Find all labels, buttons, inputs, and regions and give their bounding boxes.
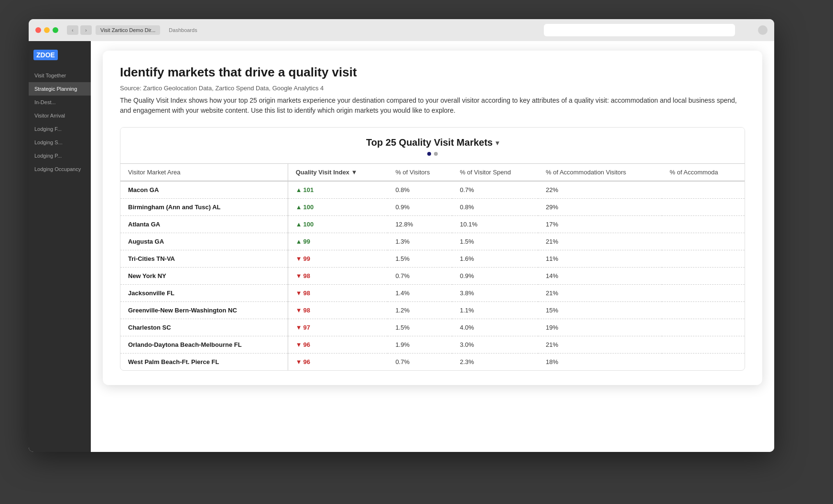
col-header-pct-accom-visitors[interactable]: % of Accommodation Visitors [538, 164, 662, 182]
col-header-pct-accom[interactable]: % of Accommoda [662, 164, 745, 182]
table-row: Orlando-Daytona Beach-Melbourne FL 96 1.… [120, 336, 745, 354]
cell-pct-visitors: 1.9% [388, 336, 452, 354]
cell-qvi: 101 [288, 181, 388, 199]
cell-market: Jacksonville FL [120, 285, 288, 302]
table-row: Macon GA 101 0.8% 0.7% 22% [120, 181, 745, 199]
sidebar-item-lodging-p[interactable]: Lodging P... [29, 149, 91, 162]
sidebar-item-lodging-f[interactable]: Lodging F... [29, 122, 91, 136]
cell-pct-accom [662, 216, 745, 233]
sidebar-item-strategic-planning[interactable]: Strategic Planning [29, 82, 91, 96]
table-row: Augusta GA 99 1.3% 1.5% 21% [120, 233, 745, 250]
cell-qvi: 98 [288, 268, 388, 285]
sidebar-item-visitor-arrival[interactable]: Visitor Arrival [29, 109, 91, 122]
cell-pct-accom-visitors: 14% [538, 268, 662, 285]
cell-qvi: 96 [288, 336, 388, 354]
cell-pct-accom-visitors: 21% [538, 233, 662, 250]
dot-2[interactable] [434, 152, 438, 156]
table-row: West Palm Beach-Ft. Pierce FL 96 0.7% 2.… [120, 354, 745, 371]
cell-market: Orlando-Daytona Beach-Melbourne FL [120, 336, 288, 354]
table-row: Birmingham (Ann and Tusc) AL 100 0.9% 0.… [120, 199, 745, 216]
col-header-qvi[interactable]: Quality Visit Index ▼ [288, 164, 388, 182]
cell-market: Tri-Cities TN-VA [120, 250, 288, 268]
cell-pct-accom-visitors: 19% [538, 319, 662, 336]
forward-button[interactable]: › [80, 25, 92, 35]
cell-market: Augusta GA [120, 233, 288, 250]
cell-pct-accom-visitors: 15% [538, 302, 662, 319]
maximize-button[interactable] [53, 27, 58, 33]
tab-dashboards[interactable]: Dashboards [164, 25, 202, 35]
cell-pct-accom [662, 336, 745, 354]
tab-active[interactable]: Visit Zartico Demo Dir... [96, 25, 160, 35]
cell-pct-accom-visitors: 17% [538, 216, 662, 233]
close-button[interactable] [35, 27, 41, 33]
cell-pct-accom [662, 199, 745, 216]
cell-pct-accom [662, 354, 745, 371]
cell-market: Greenville-New Bern-Washington NC [120, 302, 288, 319]
browser-nav: ‹ › [67, 25, 92, 35]
sidebar-logo: ZDOE [29, 46, 91, 64]
cell-market: Birmingham (Ann and Tusc) AL [120, 199, 288, 216]
cell-pct-spend: 1.5% [452, 233, 538, 250]
browser-content: ZDOE Visit Together Strategic Planning I… [29, 41, 774, 452]
cell-market: West Palm Beach-Ft. Pierce FL [120, 354, 288, 371]
cell-pct-accom [662, 250, 745, 268]
dot-1[interactable] [427, 152, 431, 156]
col-header-pct-spend[interactable]: % of Visitor Spend [452, 164, 538, 182]
cell-pct-spend: 4.0% [452, 319, 538, 336]
cell-pct-accom-visitors: 21% [538, 285, 662, 302]
col-header-pct-visitors[interactable]: % of Visitors [388, 164, 452, 182]
sidebar-item-in-dest[interactable]: In-Dest... [29, 96, 91, 109]
content-wrapper: Identify markets that drive a quality vi… [91, 41, 774, 395]
cell-pct-spend: 1.6% [452, 250, 538, 268]
cell-qvi: 100 [288, 216, 388, 233]
page-title: Identify markets that drive a quality vi… [120, 65, 745, 80]
cell-qvi: 96 [288, 354, 388, 371]
cell-pct-spend: 0.8% [452, 199, 538, 216]
cell-pct-spend: 0.9% [452, 268, 538, 285]
table-dropdown-chevron[interactable]: ▾ [496, 139, 499, 147]
table-row: Atlanta GA 100 12.8% 10.1% 17% [120, 216, 745, 233]
cell-pct-accom [662, 285, 745, 302]
cell-qvi: 100 [288, 199, 388, 216]
main-card: Identify markets that drive a quality vi… [103, 51, 762, 385]
cell-pct-visitors: 1.5% [388, 319, 452, 336]
pagination-dots [120, 152, 745, 156]
cell-pct-spend: 1.1% [452, 302, 538, 319]
cell-pct-spend: 3.8% [452, 285, 538, 302]
table-row: Jacksonville FL 98 1.4% 3.8% 21% [120, 285, 745, 302]
address-bar[interactable] [544, 24, 735, 36]
cell-pct-visitors: 0.7% [388, 354, 452, 371]
cell-pct-visitors: 0.7% [388, 268, 452, 285]
sidebar-item-lodging-s[interactable]: Lodging S... [29, 136, 91, 149]
cell-market: Charleston SC [120, 319, 288, 336]
table-container: Top 25 Quality Visit Markets ▾ [120, 127, 745, 371]
cell-pct-accom-visitors: 29% [538, 199, 662, 216]
browser-window: ‹ › Visit Zartico Demo Dir... Dashboards… [29, 19, 774, 449]
cell-pct-accom [662, 233, 745, 250]
cell-qvi: 98 [288, 302, 388, 319]
table-row: Greenville-New Bern-Washington NC 98 1.2… [120, 302, 745, 319]
sidebar: ZDOE Visit Together Strategic Planning I… [29, 41, 91, 452]
cell-pct-visitors: 0.8% [388, 181, 452, 199]
cell-pct-visitors: 0.9% [388, 199, 452, 216]
main-area: Identify markets that drive a quality vi… [91, 41, 774, 452]
cell-qvi: 99 [288, 233, 388, 250]
cell-pct-spend: 3.0% [452, 336, 538, 354]
table-row: Charleston SC 97 1.5% 4.0% 19% [120, 319, 745, 336]
cell-market: New York NY [120, 268, 288, 285]
sidebar-item-visit-together[interactable]: Visit Together [29, 69, 91, 82]
logo: ZDOE [33, 50, 58, 60]
table-title: Top 25 Quality Visit Markets [366, 137, 493, 148]
col-header-market[interactable]: Visitor Market Area [120, 164, 288, 182]
cell-pct-accom-visitors: 21% [538, 336, 662, 354]
source-text: Source: Zartico Geolocation Data, Zartic… [120, 85, 745, 92]
cell-qvi: 98 [288, 285, 388, 302]
table-title-row: Top 25 Quality Visit Markets ▾ [120, 137, 745, 148]
traffic-lights [35, 27, 58, 33]
cell-qvi: 97 [288, 319, 388, 336]
sidebar-item-lodging-occ[interactable]: Lodging Occupancy [29, 162, 91, 176]
minimize-button[interactable] [44, 27, 50, 33]
cell-pct-accom-visitors: 22% [538, 181, 662, 199]
back-button[interactable]: ‹ [67, 25, 78, 35]
description-text: The Quality Visit Index shows how your t… [120, 96, 745, 116]
